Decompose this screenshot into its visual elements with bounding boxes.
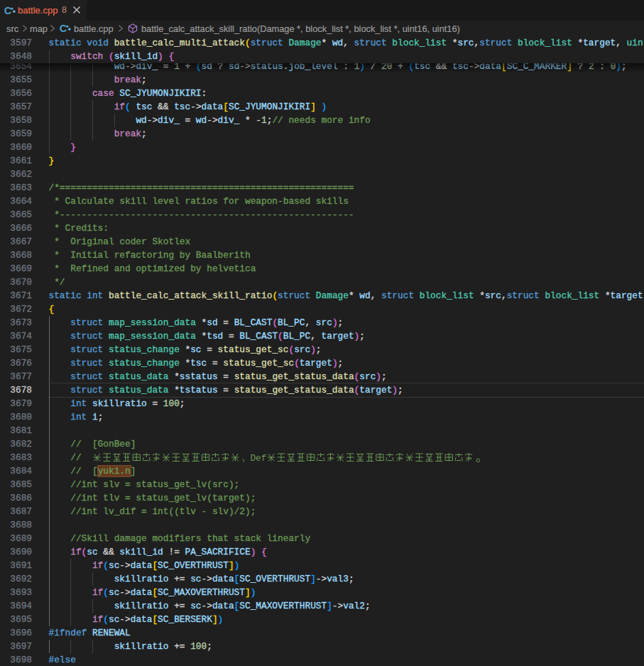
svg-text:C: C xyxy=(4,5,12,16)
svg-text:Def: Def xyxy=(250,453,266,464)
svg-text:C: C xyxy=(60,23,67,34)
